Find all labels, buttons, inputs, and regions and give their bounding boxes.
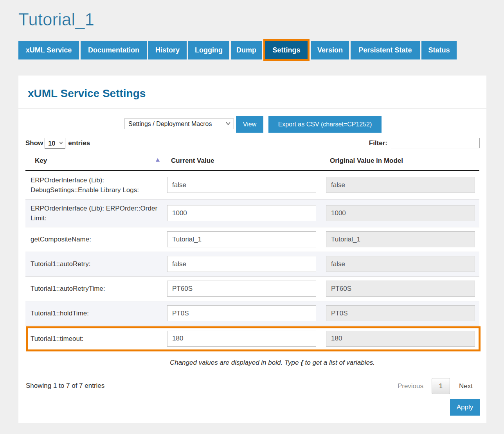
tab-logging[interactable]: Logging [188, 41, 229, 59]
current-value-cell [167, 301, 326, 326]
current-value-cell [167, 199, 326, 227]
table-row: Tutorial1::autoRetryTime: [25, 276, 479, 301]
current-value-cell [167, 276, 326, 301]
original-value-cell [326, 301, 479, 326]
show-label: Show [25, 139, 43, 147]
original-value-input [326, 305, 475, 321]
column-header-current-label: Current Value [171, 157, 214, 164]
entries-label: entries [68, 139, 90, 147]
column-header-original-label: Original Value in Model [330, 157, 403, 164]
current-value-input[interactable] [167, 256, 316, 272]
filter-label: Filter: [369, 139, 387, 147]
next-page-button[interactable]: Next [459, 382, 473, 390]
hint-text: Changed values are displayed in bold. Ty… [18, 358, 486, 367]
column-header-original-value[interactable]: Original Value in Model [326, 155, 479, 171]
filter-control: Filter: [369, 138, 480, 148]
table-row: getCompositeName: [25, 227, 479, 252]
previous-page-button[interactable]: Previous [398, 382, 423, 390]
original-value-cell [326, 227, 479, 252]
key-cell: Tutorial1::holdTime: [25, 301, 167, 326]
current-value-cell [167, 326, 326, 351]
tab-label: Persistent State [358, 46, 412, 54]
current-value-input[interactable] [167, 331, 316, 347]
current-value-input[interactable] [167, 231, 316, 247]
tab-label: Logging [195, 46, 223, 54]
original-value-input [326, 331, 475, 347]
tab-label: History [155, 46, 180, 54]
hint-text-after: to get a list of variables. [303, 359, 375, 366]
column-header-key-label: Key [35, 157, 47, 164]
page-size-select-wrap: 10 [45, 138, 65, 149]
apply-button[interactable]: Apply [450, 399, 480, 416]
current-value-input[interactable] [167, 205, 316, 221]
table-row: ERPOrderInterface (Lib): ERPOrder::Order… [25, 199, 479, 227]
key-cell: ERPOrderInterface (Lib): ERPOrder::Order… [25, 199, 167, 227]
pagination: Previous 1 Next [398, 378, 473, 394]
export-csv-button[interactable]: Export as CSV (charset=CP1252) [268, 116, 382, 133]
tab-label: Dump [236, 46, 256, 54]
original-value-input [326, 231, 475, 247]
macro-select-wrap: Settings / Deployment Macros [124, 119, 234, 129]
tab-label: Version [317, 46, 343, 54]
original-value-cell [326, 276, 479, 301]
table-row-highlighted: Tutorial1::timeout: [25, 326, 479, 351]
current-value-cell [167, 227, 326, 252]
key-cell: ERPOrderInterface (Lib): DebugSettings::… [25, 171, 167, 199]
settings-table: Key Current Value Original Value in Mode… [25, 155, 479, 351]
original-value-input [326, 256, 475, 272]
settings-panel: xUML Service Settings Settings / Deploym… [18, 76, 486, 423]
hint-brace: { [301, 359, 303, 366]
column-header-key[interactable]: Key [25, 155, 167, 171]
tab-settings[interactable]: Settings [263, 41, 310, 59]
key-cell: Tutorial1::timeout: [25, 326, 167, 351]
table-header-row: Key Current Value Original Value in Mode… [25, 155, 479, 171]
current-value-input[interactable] [167, 281, 316, 297]
table-row: Tutorial1::holdTime: [25, 301, 479, 326]
key-cell: Tutorial1::autoRetry: [25, 252, 167, 276]
table-row: Tutorial1::autoRetry: [25, 252, 479, 276]
current-value-cell [167, 171, 326, 199]
tab-label: Documentation [88, 46, 139, 54]
filter-input[interactable] [391, 138, 480, 148]
original-value-input [326, 205, 475, 221]
tab-history[interactable]: History [148, 41, 187, 59]
tab-persistent-state[interactable]: Persistent State [351, 41, 420, 59]
key-cell: getCompositeName: [25, 227, 167, 252]
panel-header: xUML Service Settings [18, 76, 486, 109]
original-value-cell [326, 199, 479, 227]
panel-heading: xUML Service Settings [28, 87, 146, 100]
original-value-cell [326, 252, 479, 276]
tab-status[interactable]: Status [421, 41, 457, 59]
original-value-cell [326, 326, 479, 351]
macro-select[interactable]: Settings / Deployment Macros [124, 119, 234, 129]
show-entries-control: Show 10 entries [25, 138, 90, 149]
column-header-current-value[interactable]: Current Value [167, 155, 326, 171]
original-value-cell [326, 171, 479, 199]
tab-documentation[interactable]: Documentation [81, 41, 147, 59]
tab-label: Settings [272, 46, 300, 54]
page-number-button[interactable]: 1 [432, 378, 450, 394]
tab-label: Status [428, 46, 450, 54]
hint-text-before: Changed values are displayed in bold. Ty… [170, 359, 301, 366]
current-value-cell [167, 252, 326, 276]
current-value-input[interactable] [167, 305, 316, 321]
original-value-input [326, 281, 475, 297]
page-title: Tutorial_1 [18, 11, 94, 28]
table-row: ERPOrderInterface (Lib): DebugSettings::… [25, 171, 479, 199]
page-size-select[interactable]: 10 [45, 138, 65, 149]
current-value-input[interactable] [167, 177, 316, 193]
tab-xuml-service[interactable]: xUML Service [18, 41, 79, 59]
view-button[interactable]: View [236, 116, 263, 133]
table-info: Showing 1 to 7 of 7 entries [26, 382, 104, 390]
key-cell: Tutorial1::autoRetryTime: [25, 276, 167, 301]
original-value-input [326, 177, 475, 193]
tab-version[interactable]: Version [311, 41, 349, 59]
tab-dump[interactable]: Dump [231, 41, 262, 59]
sort-ascending-icon [156, 158, 160, 162]
tab-bar: xUML ServiceDocumentationHistoryLoggingD… [18, 41, 457, 59]
tab-label: xUML Service [26, 46, 72, 54]
